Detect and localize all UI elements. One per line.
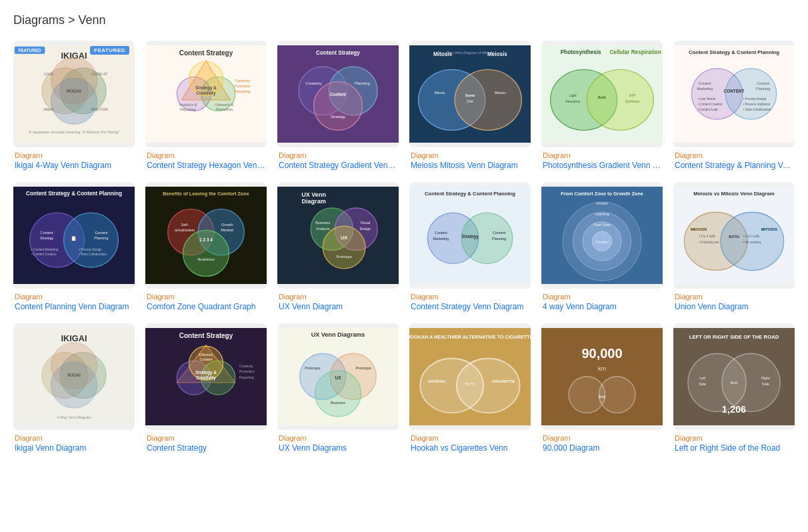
card-title[interactable]: Ikigai Venn Diagram (15, 443, 133, 453)
svg-text:Side: Side (762, 383, 769, 387)
svg-text:Content Strategy: Content Strategy (179, 332, 233, 339)
svg-text:• Team Collaboration: • Team Collaboration (79, 253, 107, 256)
svg-text:Promotion: Promotion (239, 370, 255, 374)
card-title[interactable]: UX Venn Diagrams (279, 443, 397, 453)
diagram-card[interactable]: Content Strategy Creativity Planning Str… (277, 41, 399, 171)
svg-text:IKIGAI: IKIGAI (61, 333, 87, 343)
svg-text:MEIOSIS: MEIOSIS (691, 227, 707, 231)
card-title[interactable]: Content Planning Venn Diagram (15, 302, 133, 311)
svg-text:Creativity: Creativity (197, 91, 216, 96)
svg-text:Both: Both (730, 381, 737, 385)
card-title[interactable]: Union Venn Diagram (675, 302, 793, 311)
svg-text:Strategy: Strategy (40, 236, 54, 240)
svg-text:Content: Content (330, 92, 347, 97)
card-title[interactable]: Hookah vs Cigarettes Venn (411, 443, 529, 453)
svg-text:• Persona Validation: • Persona Validation (743, 103, 771, 106)
svg-text:Light: Light (569, 94, 577, 98)
svg-text:FEATURED: FEATURED (18, 48, 41, 53)
card-thumbnail: Benefits of Leaving the Comfort Zone Sel… (145, 182, 267, 289)
svg-text:Meiosis: Meiosis (495, 91, 506, 95)
diagram-card[interactable]: 90,000 km Both Diagram90,000 Diagram (541, 323, 663, 454)
svg-text:Prototype: Prototype (305, 366, 320, 370)
card-type-label: Diagram (543, 151, 661, 159)
svg-text:Synthesis: Synthesis (625, 99, 640, 103)
diagram-card[interactable]: IKIGAI IKIGAI 4-Way Venn Diagram Diagram… (13, 323, 135, 454)
svg-text:Comfort: Comfort (595, 240, 609, 244)
svg-text:Creativity: Creativity (305, 81, 322, 85)
card-type-label: Diagram (543, 434, 661, 442)
card-title[interactable]: Meiosis Mitosis Venn Diagram (411, 161, 529, 170)
breadcrumb-separator: > (65, 13, 79, 27)
svg-text:Creativity: Creativity (235, 79, 250, 83)
svg-text:Fear Zone: Fear Zone (593, 223, 610, 227)
svg-text:• Team Collaboration: • Team Collaboration (743, 108, 771, 111)
svg-text:Resilience: Resilience (197, 257, 214, 261)
card-title[interactable]: Ikigai 4-Way Venn Diagram (15, 161, 133, 170)
svg-text:Reporting: Reporting (235, 89, 251, 93)
svg-text:• Process Design: • Process Design (743, 97, 767, 101)
svg-text:BOTH: BOTH (465, 383, 475, 387)
svg-text:Benefits of Leaving the Comfor: Benefits of Leaving the Comfort Zone (163, 191, 249, 197)
svg-text:📋: 📋 (71, 235, 78, 241)
card-title[interactable]: Content Strategy (147, 443, 265, 453)
svg-text:Content: Content (435, 231, 448, 235)
diagram-card[interactable]: Photosynthesis Cellular Respiration Ligh… (541, 41, 663, 171)
card-thumbnail: Content Strategy Creativity Planning Str… (277, 41, 399, 147)
svg-text:UX: UX (335, 376, 342, 381)
svg-text:Planning: Planning (756, 87, 770, 91)
diagram-card[interactable]: Content Strategy & Content Planning Cont… (13, 182, 135, 313)
svg-point-39 (455, 70, 521, 131)
svg-text:Reactions: Reactions (565, 99, 581, 103)
card-title[interactable]: 90,000 Diagram (543, 443, 661, 453)
card-type-label: Diagram (279, 151, 397, 159)
card-title[interactable]: Left or Right Side of the Road (675, 443, 793, 453)
card-thumbnail: 90,000 km Both (541, 323, 663, 430)
diagram-card[interactable]: Content Strategy Strategy & Creativity A… (145, 41, 267, 171)
diagram-card[interactable]: Content Strategy Strategy & Creativity E… (145, 323, 267, 454)
card-thumbnail: Photosynthesis Cellular Respiration Ligh… (541, 41, 663, 147)
diagram-card[interactable]: IKIGAI FEATURED IKIGAI LOVE GOOD AT NEED… (13, 41, 135, 171)
breadcrumb-parent[interactable]: Diagrams (13, 13, 65, 27)
svg-text:Marketing: Marketing (433, 237, 449, 241)
diagram-card[interactable]: LEFT OR RIGHT SIDE OF THE ROAD Left Side… (673, 323, 795, 454)
card-title[interactable]: Content Strategy Hexagon Venn... (147, 161, 265, 170)
svg-text:PAID FOR: PAID FOR (91, 107, 108, 111)
svg-text:Promotion: Promotion (216, 107, 233, 111)
svg-text:Content: Content (699, 81, 712, 85)
svg-text:IKIGAI: IKIGAI (67, 373, 81, 377)
diagram-card[interactable]: UX Venn Diagram Business Analysis Visual… (277, 182, 399, 313)
card-title[interactable]: Content Strategy Venn Diagram (411, 302, 529, 311)
svg-text:Content Strategy & Content Pla: Content Strategy & Content Planning (26, 191, 122, 197)
svg-text:Strategy &: Strategy & (195, 370, 217, 375)
card-title[interactable]: Content Strategy Gradient Venn... (279, 161, 397, 170)
card-title[interactable]: UX Venn Diagram (279, 302, 397, 311)
svg-text:DNA: DNA (467, 101, 474, 104)
svg-text:GOOD AT: GOOD AT (91, 73, 108, 77)
svg-text:ATP: ATP (629, 94, 636, 98)
diagram-card[interactable]: Meiosis vs Mitosis Venn Diagram MEIOSIS … (673, 182, 795, 313)
card-title[interactable]: 4 way Venn Diagram (543, 302, 661, 311)
svg-text:BOTH: BOTH (729, 235, 739, 239)
diagram-card[interactable]: From Comfort Zone to Growth Zone Comfort… (541, 182, 663, 313)
card-type-label: Diagram (411, 293, 529, 301)
card-title[interactable]: Comfort Zone Quadrant Graph (147, 302, 265, 311)
svg-text:Content Strategy & Content Pla: Content Strategy & Content Planning (425, 191, 515, 197)
svg-text:MITOSIS: MITOSIS (761, 227, 777, 231)
svg-text:• User Needs: • User Needs (697, 97, 716, 101)
card-type-label: Diagram (675, 434, 793, 442)
diagram-card[interactable]: UX Venn Diagrams Prototype Prototype Bus… (277, 323, 399, 454)
diagram-card[interactable]: Mitosis Meiosis This Venn Diagram of Mit… (409, 41, 531, 171)
card-title[interactable]: Photosynthesis Gradient Venn D... (543, 161, 661, 170)
svg-text:Self-: Self- (181, 223, 189, 227)
card-title[interactable]: Content Strategy & Planning Ve... (675, 161, 793, 170)
svg-text:• 2 to 4 cells: • 2 to 4 cells (699, 235, 715, 239)
svg-text:Growth: Growth (221, 223, 233, 227)
card-thumbnail: Meiosis vs Mitosis Venn Diagram MEIOSIS … (673, 182, 795, 289)
diagram-card[interactable]: Benefits of Leaving the Comfort Zone Sel… (145, 182, 267, 313)
diagram-card[interactable]: Content Strategy & Content Planning Cont… (409, 182, 531, 313)
diagram-card[interactable]: Content Strategy & Content Planning Cont… (673, 41, 795, 171)
svg-text:Mitosis: Mitosis (435, 91, 445, 95)
svg-text:• Content Creation: • Content Creation (31, 253, 57, 256)
diagram-card[interactable]: IS HOOKAH A HEALTHIER ALTERNATIVE TO CIG… (409, 323, 531, 454)
diagram-grid: IKIGAI FEATURED IKIGAI LOVE GOOD AT NEED… (13, 41, 795, 454)
